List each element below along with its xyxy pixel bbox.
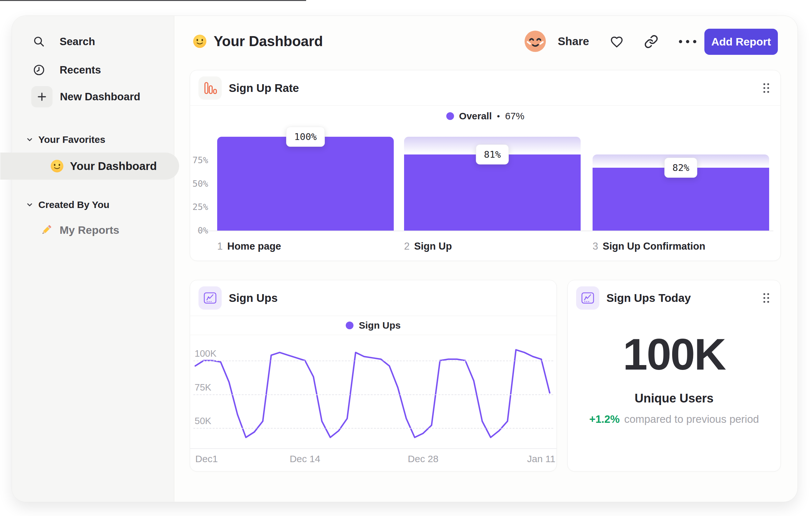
funnel-step-number: 1 bbox=[217, 241, 223, 252]
funnel-baseline-axis bbox=[197, 230, 773, 231]
metric-label: Unique Users bbox=[568, 391, 780, 405]
search-icon bbox=[33, 35, 46, 48]
sidebar-item-label: Your Dashboard bbox=[70, 160, 157, 172]
sidebar-section-label: Your Favorites bbox=[38, 134, 105, 145]
line-gridline bbox=[193, 395, 553, 395]
sidebar-item-new-dashboard[interactable]: New Dashboard bbox=[31, 84, 140, 109]
sidebar-item-your-dashboard[interactable]: Your Dashboard bbox=[0, 153, 179, 180]
avatar[interactable] bbox=[525, 31, 546, 52]
more-options-icon[interactable] bbox=[677, 36, 698, 47]
line-gridline bbox=[193, 360, 553, 361]
add-report-button[interactable]: Add Report bbox=[704, 29, 778, 55]
clock-icon bbox=[33, 63, 46, 76]
screen: Search Recents New Dashboard Your Favori… bbox=[0, 0, 812, 516]
funnel-y-tick-label: 0% bbox=[190, 225, 208, 236]
funnel-x-label: 2Sign Up bbox=[404, 241, 452, 252]
sidebar-section-label: Created By You bbox=[38, 199, 110, 210]
funnel-step-label: Home page bbox=[227, 241, 281, 252]
sign-ups-today-card: Sign Ups Today 100K Unique Users +1.2% c… bbox=[568, 280, 781, 471]
sidebar-item-label: New Dashboard bbox=[60, 91, 140, 103]
chevron-down-icon bbox=[27, 137, 33, 142]
funnel-y-tick-label: 25% bbox=[190, 201, 208, 213]
sign-up-rate-card: Sign Up Rate Overall • 67% 1Home page2Si… bbox=[190, 70, 781, 261]
line-x-tick-label: Dec1 bbox=[195, 453, 218, 465]
funnel-step-number: 3 bbox=[592, 241, 598, 252]
card-title: Sign Ups Today bbox=[606, 292, 691, 304]
funnel-y-tick-label: 75% bbox=[190, 155, 208, 166]
card-header: Sign Ups Today bbox=[568, 280, 780, 316]
line-y-tick-label: 75K bbox=[195, 382, 211, 393]
sidebar-item-label: My Reports bbox=[60, 224, 119, 236]
funnel-step-label: Sign Up bbox=[414, 241, 452, 252]
funnel-value-tooltip: 100% bbox=[286, 127, 325, 147]
funnel-x-label: 1Home page bbox=[217, 241, 281, 252]
copy-link-icon[interactable] bbox=[644, 34, 658, 49]
funnel-y-tick-label: 50% bbox=[190, 178, 208, 190]
sign-ups-card: Sign Ups Sign Ups 100K75K50KDec1Dec 14De… bbox=[190, 280, 557, 471]
funnel-x-label: 3Sign Up Confirmation bbox=[592, 241, 705, 252]
sidebar-section-your-favorites[interactable]: Your Favorites bbox=[27, 133, 105, 147]
page-title: Your Dashboard bbox=[192, 32, 323, 51]
funnel-step-number: 2 bbox=[404, 241, 410, 252]
funnel-value-tooltip: 81% bbox=[476, 144, 509, 164]
funnel-bar[interactable] bbox=[217, 137, 394, 230]
plus-icon bbox=[31, 86, 53, 107]
app-window: Search Recents New Dashboard Your Favori… bbox=[11, 16, 798, 502]
sidebar-item-search[interactable]: Search bbox=[33, 33, 95, 51]
funnel-step-label: Sign Up Confirmation bbox=[603, 241, 705, 252]
funnel-plot: 1Home page2Sign Up3Sign Up Confirmation1… bbox=[190, 70, 780, 261]
delta-caption: compared to previous period bbox=[624, 413, 759, 425]
metric-value: 100K bbox=[568, 329, 780, 380]
line-chart-plot: 100K75K50KDec1Dec 14Dec 28Jan 11 bbox=[190, 280, 556, 471]
smiley-icon bbox=[192, 34, 207, 49]
sidebar-item-recents[interactable]: Recents bbox=[33, 61, 101, 79]
screen-edge-artifact bbox=[0, 0, 306, 1]
sidebar-item-label: Recents bbox=[60, 64, 101, 76]
share-button[interactable]: Share bbox=[558, 34, 589, 49]
line-x-axis bbox=[190, 448, 556, 449]
sidebar-section-created-by-you[interactable]: Created By You bbox=[27, 198, 110, 212]
smiley-icon bbox=[50, 159, 64, 173]
funnel-bar[interactable] bbox=[404, 155, 581, 230]
sidebar: Search Recents New Dashboard Your Favori… bbox=[12, 16, 174, 502]
delta-value: +1.2% bbox=[589, 413, 620, 425]
sidebar-item-label: Search bbox=[60, 35, 95, 48]
favorite-heart-icon[interactable] bbox=[610, 34, 624, 49]
sidebar-item-my-reports[interactable]: My Reports bbox=[40, 221, 119, 239]
signups-line-series[interactable] bbox=[190, 335, 556, 448]
line-x-tick-label: Dec 14 bbox=[290, 453, 320, 465]
line-chart-icon bbox=[576, 287, 599, 309]
line-gridline bbox=[193, 428, 553, 429]
line-x-tick-label: Jan 11 bbox=[527, 453, 555, 465]
line-y-tick-label: 100K bbox=[195, 348, 216, 359]
line-x-tick-label: Dec 28 bbox=[408, 453, 439, 465]
drag-handle-icon[interactable] bbox=[762, 292, 771, 304]
chevron-down-icon bbox=[27, 202, 33, 207]
funnel-value-tooltip: 82% bbox=[664, 158, 697, 178]
pencil-icon bbox=[40, 223, 53, 237]
page-title-text: Your Dashboard bbox=[214, 33, 323, 49]
metric-delta-row: +1.2% compared to previous period bbox=[568, 413, 780, 425]
line-y-tick-label: 50K bbox=[195, 415, 211, 427]
